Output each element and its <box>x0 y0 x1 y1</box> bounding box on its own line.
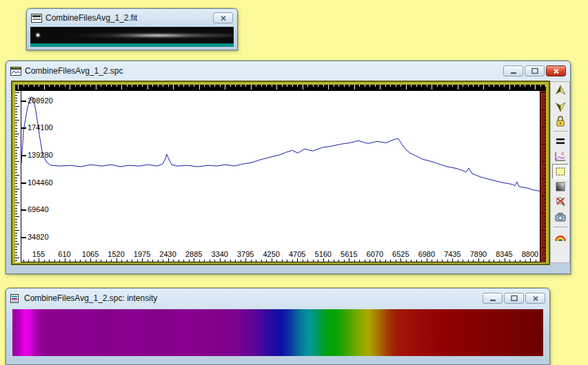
ruler-tick <box>90 85 91 87</box>
plot-area[interactable]: 3482069640104460139280174100208920155610… <box>21 91 540 262</box>
x-minor-tick <box>59 260 60 262</box>
ruler-tick <box>307 85 308 87</box>
ruler-tick <box>542 161 546 162</box>
ruler-tick <box>328 85 329 90</box>
spc-close-button[interactable] <box>546 65 566 76</box>
toolbar-region-select-button[interactable] <box>552 164 569 179</box>
x-minor-tick <box>380 260 381 262</box>
ruler-tick <box>282 85 283 87</box>
ruler-tick <box>544 258 546 258</box>
intensity-minimize-button[interactable] <box>483 293 503 304</box>
spc-maximize-button[interactable] <box>525 65 545 76</box>
x-minor-tick <box>458 260 458 262</box>
toolbar-lock-button[interactable] <box>552 114 569 129</box>
ruler-tick <box>179 85 179 87</box>
x-tick <box>375 258 376 262</box>
toolbar-equals-button[interactable] <box>552 134 569 149</box>
spc-titlebar[interactable]: CombineFilesAvg_1_2.spc <box>6 61 570 81</box>
fit-image-icon <box>31 14 42 23</box>
ruler-tick <box>214 85 215 87</box>
plot-ruler-left <box>15 91 21 262</box>
x-minor-tick <box>463 260 463 262</box>
ruler-tick <box>15 120 19 121</box>
x-minor-tick <box>338 260 339 262</box>
ruler-tick <box>15 244 19 244</box>
x-minor-tick <box>251 260 252 262</box>
x-tick <box>142 258 143 262</box>
ruler-tick <box>15 208 17 209</box>
toolbar-camera-button[interactable] <box>552 209 569 225</box>
x-minor-tick <box>28 260 29 262</box>
ruler-tick <box>544 216 546 217</box>
ruler-tick <box>251 85 252 90</box>
ruler-tick <box>303 85 303 90</box>
x-tick <box>168 258 169 262</box>
intensity-maximize-button[interactable] <box>504 293 524 304</box>
intensity-colormap-bar <box>12 309 543 356</box>
ruler-tick <box>15 255 17 255</box>
x-tick <box>194 258 194 262</box>
ruler-tick <box>15 194 17 195</box>
ruler-tick <box>544 233 546 234</box>
ruler-tick <box>15 252 17 253</box>
x-minor-tick <box>199 260 200 262</box>
x-minor-tick <box>214 260 215 262</box>
ruler-tick <box>101 85 101 87</box>
ruler-tick <box>354 85 355 90</box>
ruler-tick <box>334 85 334 87</box>
ruler-tick <box>15 161 19 162</box>
ruler-tick <box>261 85 262 87</box>
ruler-tick <box>15 219 17 220</box>
ruler-tick <box>544 202 546 203</box>
y-tick-label: 104460 <box>28 178 53 187</box>
x-minor-tick <box>406 260 407 262</box>
spc-minimize-button[interactable] <box>503 65 523 76</box>
ruler-tick <box>542 92 546 93</box>
ruler-tick <box>544 185 546 186</box>
camera-icon <box>554 210 567 224</box>
y-tick-label: 208920 <box>28 96 53 105</box>
ruler-tick <box>442 85 443 87</box>
ruler-tick <box>338 85 339 87</box>
ruler-tick <box>544 171 546 172</box>
ruler-tick <box>111 85 112 87</box>
x-minor-tick <box>230 260 231 262</box>
ruler-tick <box>54 85 55 87</box>
x-tick <box>478 258 479 262</box>
ruler-tick <box>85 85 86 87</box>
spectrum-plot-frame: 3482069640104460139280174100208920155610… <box>11 81 550 265</box>
x-minor-tick <box>307 260 308 262</box>
ruler-tick <box>116 85 117 87</box>
ruler-tick <box>121 85 122 90</box>
ruler-tick <box>15 180 17 181</box>
x-minor-tick <box>334 260 334 262</box>
spectrum-curve <box>21 91 540 262</box>
ruler-tick <box>163 85 163 87</box>
toolbar-zoom-off-button[interactable] <box>552 194 569 209</box>
toolbar-profile-calibration-button[interactable]: c <box>552 149 569 164</box>
x-minor-tick <box>359 260 360 262</box>
toolbar-contrast-button[interactable] <box>552 179 569 194</box>
y-tick <box>21 209 26 211</box>
toolbar-arrow-up-button[interactable] <box>552 83 569 98</box>
ruler-tick <box>15 103 17 104</box>
fit-close-button[interactable] <box>213 12 233 23</box>
ruler-tick <box>15 101 17 101</box>
ruler-tick <box>544 261 546 262</box>
intensity-close-button[interactable] <box>525 293 545 304</box>
ruler-tick <box>494 85 494 87</box>
x-minor-tick <box>49 260 50 262</box>
y-tick-label: 174100 <box>28 123 53 132</box>
intensity-titlebar[interactable]: CombineFilesAvg_1_2.spc: intensity <box>6 289 549 308</box>
intensity-window: CombineFilesAvg_1_2.spc: intensity <box>6 288 550 365</box>
ruler-tick <box>15 233 17 233</box>
x-minor-tick <box>292 260 293 262</box>
ruler-tick <box>15 238 17 239</box>
fit-titlebar[interactable]: CombineFilesAvg_1_2.fit <box>27 9 237 27</box>
toolbar-arrow-down-button[interactable] <box>552 98 569 114</box>
ruler-tick <box>220 85 221 87</box>
ruler-tick <box>478 85 479 87</box>
ruler-tick <box>65 85 65 87</box>
ruler-tick <box>544 192 546 193</box>
toolbar-colormap-button[interactable] <box>552 229 569 244</box>
